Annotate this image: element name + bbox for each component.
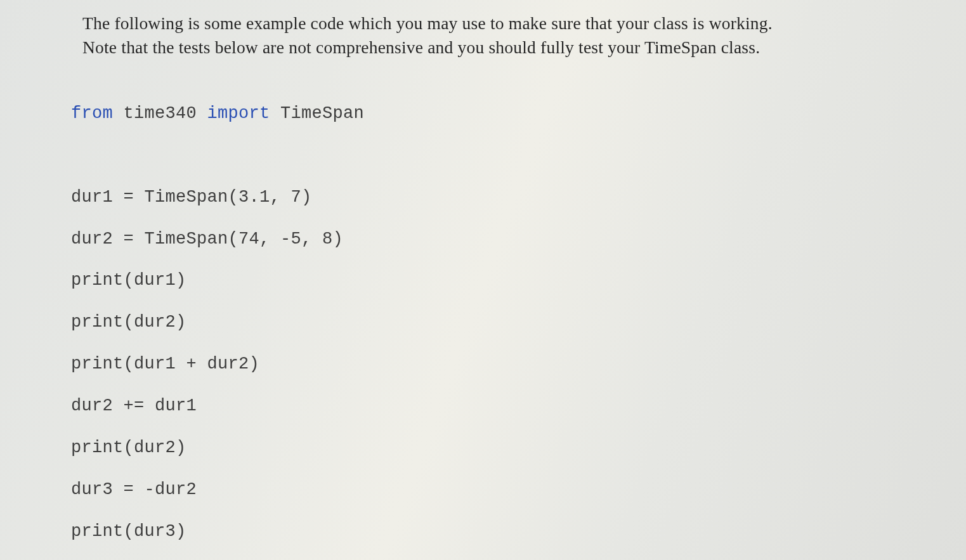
code-line-import: from time340 import TimeSpan: [71, 103, 928, 124]
page-content: The following is some example code which…: [0, 0, 966, 560]
code-line: dur3 = -dur2: [71, 479, 928, 500]
code-line: print(dur2): [71, 312, 928, 333]
keyword-import: import: [207, 104, 270, 123]
code-line: print(dur3): [71, 521, 928, 542]
code-block: from time340 import TimeSpan dur1 = Time…: [71, 82, 928, 560]
code-line: dur2 = TimeSpan(74, -5, 8): [71, 229, 928, 250]
instruction-line-1: The following is some example code which…: [82, 13, 773, 33]
code-line: print(dur1 + dur2): [71, 354, 928, 375]
code-line: dur2 += dur1: [71, 396, 928, 417]
blank-line: [71, 145, 928, 166]
code-line: print(dur2): [71, 438, 928, 459]
code-line: print(dur1): [71, 270, 928, 291]
instruction-line-2: Note that the tests below are not compre…: [82, 37, 760, 57]
keyword-from: from: [71, 104, 113, 123]
instructions-text: The following is some example code which…: [82, 11, 928, 60]
class-name: TimeSpan: [270, 104, 365, 123]
code-line: dur1 = TimeSpan(3.1, 7): [71, 187, 928, 208]
module-name: time340: [113, 104, 207, 123]
